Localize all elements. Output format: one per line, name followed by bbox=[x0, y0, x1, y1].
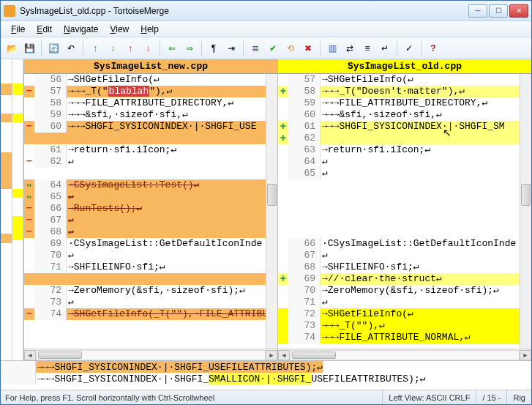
code-line[interactable]: −62↵ bbox=[24, 156, 277, 168]
code-line[interactable]: 59→→→&sfi,·sizeof·sfi,↵ bbox=[24, 109, 277, 121]
reload-icon[interactable]: 🔄 bbox=[45, 40, 61, 56]
mark-icon[interactable]: ✓ bbox=[401, 40, 417, 56]
code-line[interactable]: 60→→→&sfi,·sizeof·sfi,↵ bbox=[278, 109, 531, 121]
code-line[interactable]: +62 bbox=[278, 133, 531, 144]
prev-inline-icon[interactable]: ⇐ bbox=[164, 40, 180, 56]
scroll-right-icon[interactable]: ► bbox=[266, 350, 277, 360]
switch-icon[interactable]: ⇄ bbox=[342, 40, 358, 56]
scroll-thumb[interactable] bbox=[38, 352, 82, 359]
help-icon[interactable]: ? bbox=[425, 40, 441, 56]
code-line[interactable] bbox=[24, 168, 277, 179]
collapse-icon[interactable]: ≡ bbox=[359, 40, 375, 56]
next-inline-icon[interactable]: ⇒ bbox=[181, 40, 198, 56]
use-other-icon[interactable]: ⟲ bbox=[282, 40, 299, 56]
scroll-thumb[interactable] bbox=[521, 184, 531, 206]
title-bar[interactable]: SysImageList_old.cpp - TortoiseMerge ─ ☐… bbox=[1, 1, 531, 21]
locator-bar[interactable] bbox=[1, 59, 24, 360]
undo-icon[interactable]: ↶ bbox=[63, 40, 79, 56]
code-line[interactable]: 56→SHGetFileInfo(↵ bbox=[24, 74, 277, 86]
code-line[interactable]: ⇔65↵ bbox=[24, 191, 277, 203]
code-line[interactable]: 61→return·sfi.iIcon;↵ bbox=[24, 144, 277, 156]
code-line[interactable]: −60→→→SHGFI_SYSICONINDEX·|·SHGFI_USE bbox=[24, 121, 277, 133]
two-pane-icon[interactable]: ▥ bbox=[324, 40, 340, 56]
code-line[interactable] bbox=[24, 133, 277, 144]
compare-icon[interactable]: ≣ bbox=[247, 40, 263, 56]
code-line[interactable]: 59→→→FILE_ATTRIBUTE_DIRECTORY,↵ bbox=[278, 97, 531, 109]
right-hscrollbar[interactable]: ◄ ► bbox=[278, 349, 531, 360]
code-line[interactable] bbox=[278, 215, 531, 226]
code-line[interactable]: 58→→→FILE_ATTRIBUTE_DIRECTORY,↵ bbox=[24, 97, 277, 109]
scroll-track[interactable] bbox=[36, 350, 266, 360]
code-line[interactable]: −67↵ bbox=[24, 215, 277, 226]
up-arrow-icon[interactable]: ↑ bbox=[87, 40, 103, 56]
line-number: 59 bbox=[34, 109, 67, 121]
bottom-pane[interactable]: →→→SHGFI_SYSICONINDEX·|·SHGFI_USEFILEATT… bbox=[1, 360, 531, 390]
code-line[interactable]: ⇔64·CSysImageList::Test()↵ bbox=[24, 179, 277, 191]
open-icon[interactable]: 📂 bbox=[4, 40, 20, 56]
scroll-thumb[interactable] bbox=[292, 352, 336, 359]
wrap-icon[interactable]: ↵ bbox=[377, 40, 393, 56]
menu-file[interactable]: File bbox=[5, 23, 31, 36]
menu-navigate[interactable]: Navigate bbox=[58, 23, 104, 36]
left-vscrollbar[interactable] bbox=[266, 74, 277, 349]
code-line[interactable]: 69·CSysImageList::GetDefaultIconInde bbox=[24, 238, 277, 250]
code-line[interactable]: −57→→→_T("blablah"),↵ bbox=[24, 86, 277, 97]
code-line[interactable]: 68→SHFILEINFO·sfi;↵ bbox=[278, 261, 531, 273]
minimize-button[interactable]: ─ bbox=[468, 4, 487, 18]
code-line[interactable]: −68↵ bbox=[24, 226, 277, 238]
code-line[interactable]: −74→SHGetFileInfo(_T(""),·FILE_ATTRIBU bbox=[24, 308, 277, 320]
code-line[interactable]: 70↵ bbox=[24, 250, 277, 261]
code-line[interactable]: 73↵ bbox=[24, 297, 277, 308]
menu-edit[interactable]: Edit bbox=[31, 23, 58, 36]
code-line[interactable]: +61→→→SHGFI_SYSICONINDEX·|·SHGFI_SM bbox=[278, 121, 531, 133]
code-line[interactable] bbox=[278, 203, 531, 215]
code-line[interactable]: 57→SHGetFileInfo(↵ bbox=[278, 74, 531, 86]
code-line[interactable]: 64↵ bbox=[278, 156, 531, 168]
scroll-left-icon[interactable]: ◄ bbox=[278, 350, 290, 360]
code-line[interactable]: 73→→→_T(""),↵ bbox=[278, 320, 531, 332]
code-line[interactable]: 67↵ bbox=[278, 250, 531, 261]
scroll-thumb[interactable] bbox=[267, 184, 277, 206]
scroll-right-icon[interactable]: ► bbox=[520, 350, 531, 360]
code-line[interactable] bbox=[24, 273, 277, 285]
left-code-area[interactable]: 56→SHGetFileInfo(↵−57→→→_T("blablah"),↵5… bbox=[24, 74, 277, 349]
code-line[interactable]: 71→SHFILEINFO·sfi;↵ bbox=[24, 261, 277, 273]
menu-help[interactable]: Help bbox=[135, 23, 165, 36]
code-line[interactable]: +58→→→_T("Doesn't·matter"),↵ bbox=[278, 86, 531, 97]
code-line[interactable]: 63→return·sfi.iIcon;↵ bbox=[278, 144, 531, 156]
code-text: →SHGetFileInfo(↵ bbox=[321, 308, 413, 320]
close-button[interactable]: ✕ bbox=[509, 4, 528, 18]
line-number: 68 bbox=[34, 226, 67, 238]
diff-marker: − bbox=[24, 203, 34, 215]
next-conflict-icon[interactable]: ↓ bbox=[140, 40, 156, 56]
code-line[interactable]: 72→ZeroMemory(&sfi,·sizeof·sfi);↵ bbox=[24, 285, 277, 297]
code-text: ↵ bbox=[67, 250, 74, 261]
code-line[interactable]: 66·CSysImageList::GetDefaultIconInde bbox=[278, 238, 531, 250]
code-line[interactable] bbox=[278, 226, 531, 238]
code-line[interactable]: −66→RunTests();↵ bbox=[24, 203, 277, 215]
use-block-icon[interactable]: ✔ bbox=[265, 40, 281, 56]
code-line[interactable]: +69→//·clear·the·struct↵ bbox=[278, 273, 531, 285]
maximize-button[interactable]: ☐ bbox=[489, 4, 508, 18]
code-line[interactable]: 65↵ bbox=[278, 168, 531, 179]
code-text: ·CSysImageList::GetDefaultIconInde bbox=[321, 238, 516, 250]
save-icon[interactable]: 💾 bbox=[21, 40, 37, 56]
prev-conflict-icon[interactable]: ↑ bbox=[122, 40, 138, 56]
code-line[interactable]: 72→SHGetFileInfo(↵ bbox=[278, 308, 531, 320]
left-hscrollbar[interactable]: ◄ ► bbox=[24, 349, 277, 360]
scroll-left-icon[interactable]: ◄ bbox=[24, 350, 36, 360]
code-line[interactable]: 74→→→FILE_ATTRIBUTE_NORMAL,↵ bbox=[278, 332, 531, 343]
right-vscrollbar[interactable] bbox=[520, 74, 531, 349]
menu-view[interactable]: View bbox=[104, 23, 135, 36]
code-line[interactable] bbox=[278, 191, 531, 203]
code-line[interactable]: 71↵ bbox=[278, 297, 531, 308]
code-line[interactable]: 70→ZeroMemory(&sfi,·sizeof·sfi);↵ bbox=[278, 285, 531, 297]
scroll-track[interactable] bbox=[290, 350, 520, 360]
pilcrow-icon[interactable]: ¶ bbox=[206, 40, 222, 56]
code-text: ↵ bbox=[67, 297, 74, 308]
down-arrow-icon[interactable]: ↓ bbox=[105, 40, 121, 56]
reject-icon[interactable]: ✖ bbox=[300, 40, 316, 56]
right-code-area[interactable]: 57→SHGetFileInfo(↵+58→→→_T("Doesn't·matt… bbox=[278, 74, 531, 349]
code-line[interactable] bbox=[278, 179, 531, 191]
whitespace-icon[interactable]: ⇥ bbox=[223, 40, 239, 56]
